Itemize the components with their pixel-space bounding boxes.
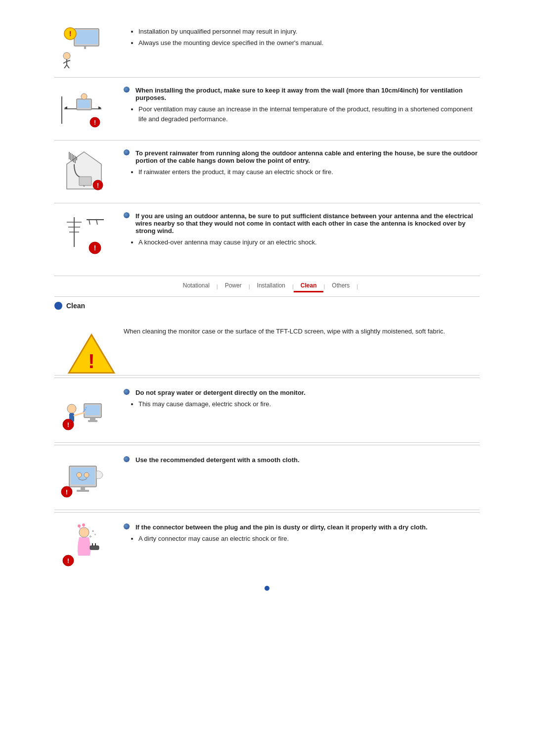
- svg-line-36: [89, 220, 90, 225]
- svg-point-56: [77, 472, 82, 477]
- svg-rect-45: [88, 420, 97, 422]
- install-content-3: To prevent rainwater from running along …: [124, 149, 480, 179]
- install-icon-4: !: [54, 212, 114, 257]
- svg-point-64: [78, 524, 81, 527]
- tab-power[interactable]: Power: [218, 280, 249, 292]
- divider-1: [54, 378, 480, 378]
- clean-row-3: ! + + ✦ If the connector between the plu…: [54, 515, 480, 577]
- svg-rect-67: [90, 546, 99, 550]
- warning-triangle-icon: !: [67, 331, 116, 376]
- circle-icon-3: [124, 149, 130, 155]
- clean-content-1: Do not spray water or detergent directly…: [124, 389, 480, 411]
- svg-rect-55: [71, 468, 94, 484]
- install-illustration-4: !: [59, 212, 109, 257]
- svg-text:✦: ✦: [91, 529, 94, 533]
- svg-text:!: !: [67, 421, 69, 428]
- svg-rect-59: [77, 490, 89, 492]
- svg-rect-28: [79, 177, 91, 186]
- install-illustration-1: !: [59, 24, 109, 68]
- install-bold-3: To prevent rainwater from running along …: [135, 149, 480, 164]
- install-bullet-2a: Poor ventilation may cause an increase i…: [138, 104, 480, 124]
- install-illustration-2: !: [59, 87, 109, 131]
- circle-icon-c1: [124, 389, 130, 395]
- svg-line-48: [74, 413, 84, 416]
- clean-icon-1: !: [54, 389, 114, 433]
- clean-icon-0: !: [54, 327, 114, 366]
- svg-line-8: [67, 60, 70, 61]
- svg-line-10: [67, 65, 69, 68]
- install-content-2: When installing the product, make sure t…: [124, 87, 480, 125]
- svg-text:!: !: [67, 557, 69, 565]
- clean-bullet-3a: A dirty connector may cause an electric …: [138, 534, 480, 544]
- install-bold-4: If you are using an outdoor antenna, be …: [135, 212, 480, 235]
- clean-heading: Clean: [54, 302, 480, 310]
- svg-rect-43: [86, 405, 100, 415]
- svg-rect-1: [76, 30, 97, 44]
- install-content-1: Installation by unqualified personnel ma…: [124, 24, 480, 49]
- clean-heading-icon: [54, 302, 62, 310]
- bottom-dot-icon: [265, 586, 269, 591]
- svg-text:!: !: [88, 350, 94, 372]
- svg-line-37: [96, 220, 97, 225]
- clean-text-0: When cleaning the monitor case or the su…: [124, 327, 480, 336]
- svg-rect-58: [81, 487, 85, 490]
- tab-notational[interactable]: Notational: [176, 280, 217, 292]
- clean-content-0: When cleaning the monitor case or the su…: [124, 327, 480, 336]
- install-icon-3: !: [54, 149, 114, 194]
- tab-installation[interactable]: Installation: [250, 280, 292, 292]
- install-row-3: ! To prevent rainwater from running alon…: [54, 141, 480, 203]
- svg-rect-14: [78, 100, 90, 108]
- install-row-1: ! Installation by unqualified personnel …: [54, 15, 480, 78]
- page-container: ! Installation by unqualified personnel …: [44, 0, 490, 615]
- svg-text:+: +: [89, 534, 92, 539]
- circle-icon-c2: [124, 456, 130, 462]
- clean-illustration-2: !: [59, 456, 109, 501]
- install-bullet-1b: Always use the mounting device specified…: [138, 38, 480, 48]
- circle-icon-c3: [124, 523, 130, 529]
- install-bold-2: When installing the product, make sure t…: [135, 87, 480, 101]
- svg-point-5: [63, 52, 70, 59]
- svg-point-15: [81, 94, 87, 99]
- install-bullet-3a: If rainwater enters the product, it may …: [138, 167, 480, 177]
- svg-text:!: !: [69, 30, 72, 38]
- svg-point-49: [84, 409, 86, 411]
- svg-text:+: +: [94, 532, 96, 537]
- svg-rect-2: [84, 46, 86, 49]
- svg-text:!: !: [66, 488, 68, 496]
- circle-icon-2: [124, 87, 130, 93]
- svg-text:!: !: [94, 244, 96, 252]
- svg-text:!: !: [97, 182, 99, 189]
- svg-line-7: [63, 61, 67, 63]
- clean-section: ! When cleaning the monitor case or the …: [54, 318, 480, 577]
- clean-bold-2: Use the recommended detergent with a smo…: [135, 456, 300, 464]
- divider-2: [54, 445, 480, 445]
- clean-row-0: ! When cleaning the monitor case or the …: [54, 318, 480, 376]
- clean-bullet-1a: This may cause damage, electric shock or…: [138, 399, 480, 409]
- divider-3: [54, 512, 480, 513]
- bottom-indicator: [54, 577, 480, 600]
- nav-sep-5: |: [356, 284, 358, 289]
- install-icon-2: !: [54, 87, 114, 131]
- clean-icon-3: ! + + ✦: [54, 523, 114, 568]
- clean-content-3: If the connector between the plug and th…: [124, 523, 480, 545]
- clean-row-1: ! Do not spray water or detergent direct…: [54, 380, 480, 443]
- install-row-4: ! If you are using an outdoor antenna, b…: [54, 203, 480, 266]
- installation-section: ! Installation by unqualified personnel …: [54, 15, 480, 266]
- install-icon-1: !: [54, 24, 114, 68]
- clean-bold-3: If the connector between the plug and th…: [135, 523, 428, 531]
- tab-others[interactable]: Others: [325, 280, 356, 292]
- clean-content-2: Use the recommended detergent with a smo…: [124, 456, 480, 467]
- install-bullet-1a: Installation by unqualified personnel ma…: [138, 27, 480, 37]
- tab-clean[interactable]: Clean: [294, 280, 324, 292]
- svg-point-51: [83, 411, 85, 413]
- circle-icon-4: [124, 212, 130, 218]
- clean-illustration-3: ! + + ✦: [59, 523, 109, 568]
- clean-icon-2: !: [54, 456, 114, 501]
- clean-row-2: ! Use the recommended detergent with a s…: [54, 447, 480, 510]
- install-row-2: ! When installing the product, make sure…: [54, 78, 480, 141]
- svg-point-46: [67, 404, 76, 413]
- install-bullet-4a: A knocked-over antenna may cause injury …: [138, 237, 480, 247]
- nav-tabs: Notational | Power | Installation | Clea…: [54, 276, 480, 297]
- svg-point-50: [86, 407, 87, 409]
- clean-illustration-1: !: [59, 389, 109, 433]
